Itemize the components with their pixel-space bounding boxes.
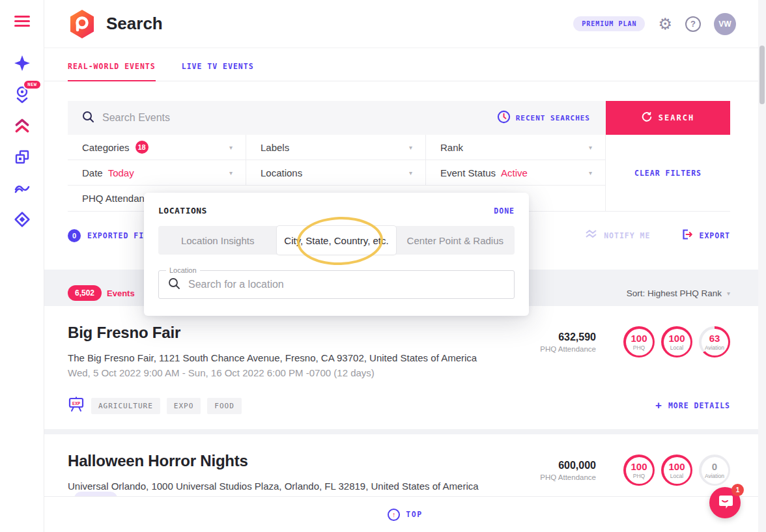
sidebar-item-beam[interactable]: NEW [13,85,31,104]
main-content: Search PREMIUM PLAN ⚙ ? VW REAL-WORLD EV… [44,0,766,532]
event-tag: AGRICULTURE [91,398,160,414]
left-sidebar: NEW [0,0,44,532]
event-address: The Big Fresno Fair, 1121 South Chance A… [68,352,527,363]
rank-ring-aviation: 0 Aviation [699,455,730,486]
search-icon [168,277,180,292]
phq-attendance-value: 600,000 [540,460,596,471]
date-filter-value: Today [108,167,134,178]
app-header: Search PREMIUM PLAN ⚙ ? VW [44,0,766,48]
popup-title: LOCATIONS [158,206,207,216]
export-button[interactable]: EXPORT [681,229,730,242]
settings-gear-icon[interactable]: ⚙ [658,16,672,32]
chat-unread-badge: 1 [731,484,744,496]
filter-event-status[interactable]: Event Status Active ▾ [426,160,606,186]
locations-popup: LOCATIONS DONE Location Insights City, S… [144,193,529,316]
location-search-field: Location [158,270,515,299]
event-card: Big Fresno Fair The Big Fresno Fair, 112… [44,306,766,429]
tab-center-point-radius[interactable]: Center Point & Radius [396,226,515,255]
hamburger-menu-icon[interactable] [14,16,30,27]
done-button[interactable]: DONE [494,206,515,216]
location-search-input[interactable] [188,279,505,290]
top-label: TOP [406,510,422,519]
arrow-up-icon: ↑ [388,509,400,521]
tab-city-state-country[interactable]: City, State, Country, etc. [277,226,395,255]
search-events-field: RECENT SEARCHES [68,101,606,135]
phq-attendance-value: 632,590 [540,331,596,343]
location-mode-tabs: Location Insights City, State, Country, … [158,226,515,255]
tab-real-world-events[interactable]: REAL-WORLD EVENTS [68,62,156,81]
recent-searches-button[interactable]: RECENT SEARCHES [497,110,590,126]
back-to-top-bar[interactable]: ↑ TOP [44,496,766,532]
sidebar-item-diamond[interactable] [13,210,31,229]
event-status-value: Active [501,167,528,178]
chevron-down-icon: ▾ [589,144,592,151]
tab-live-tv-events[interactable]: LIVE TV EVENTS [182,62,254,81]
filter-date[interactable]: Date Today ▾ [68,160,246,186]
filter-categories[interactable]: Categories 18 ▾ [68,135,246,160]
rank-ring-local: 100 Local [661,326,692,357]
filter-labels[interactable]: Labels ▾ [246,135,426,160]
messenger-icon [717,494,733,512]
refresh-icon [642,112,652,124]
search-button[interactable]: SEARCH [606,101,730,135]
event-dates: Wed, 5 Oct 2022 9:00 AM - Sun, 16 Oct 20… [68,367,527,378]
filter-rank[interactable]: Rank ▾ [426,135,606,160]
tab-location-insights[interactable]: Location Insights [158,226,277,255]
rank-ring-phq: 100 PHQ [623,455,655,486]
sort-dropdown[interactable]: Sort: Highest PHQ Rank ▾ [627,288,730,298]
diamond-arrows-icon [14,211,31,228]
more-details-button[interactable]: + MORE DETAILS [655,399,730,412]
export-icon [681,229,693,242]
phq-attendance-label: PHQ Attendance [540,473,596,481]
overlapping-windows-icon [14,149,30,165]
chevron-down-icon: ▾ [229,144,233,151]
chevron-down-icon: ▾ [727,290,730,297]
predicthq-logo-icon [68,9,96,39]
search-icon [82,111,94,126]
sidebar-item-sparkle[interactable] [13,54,31,72]
sparkle-icon [14,55,31,72]
event-tag: FOOD [207,398,242,414]
chevron-down-icon: ▾ [589,169,592,176]
user-avatar[interactable]: VW [714,13,736,35]
event-title[interactable]: Big Fresno Fair [68,324,527,342]
events-count-badge: 6,502 [68,285,102,301]
location-field-label: Location [166,266,200,274]
rank-ring-phq: 100 PHQ [623,326,655,357]
expo-category-icon: EXP [68,397,85,415]
event-address: Universal Orlando, 1000 Universal Studio… [68,481,479,492]
primary-tabs: REAL-WORLD EVENTS LIVE TV EVENTS [44,48,766,81]
page-title: Search [106,14,163,34]
help-icon[interactable]: ? [685,16,701,32]
rank-ring-aviation: 63 Aviation [699,326,730,357]
scrollbar-thumb[interactable] [759,46,765,104]
sidebar-item-wave[interactable] [13,179,31,197]
sidebar-item-rank[interactable] [13,117,31,135]
event-title[interactable]: Halloween Horror Nights [68,452,527,470]
scrollbar-track[interactable] [758,0,766,532]
clock-icon [497,110,511,126]
exported-count-badge: 0 [68,229,81,242]
plus-icon: + [655,399,662,412]
sidebar-item-windows[interactable] [13,148,31,166]
filter-locations[interactable]: Locations ▾ [246,160,426,186]
clear-filters-button[interactable]: CLEAR FILTERS [606,135,730,212]
notify-waves-icon [585,229,598,242]
events-count-label: Events [107,288,135,298]
notify-me-button[interactable]: NOTIFY ME [585,229,650,242]
svg-text:EXP: EXP [72,401,81,406]
double-chevron-up-icon [14,117,31,134]
wave-icon [14,182,31,195]
search-events-input[interactable] [102,112,489,124]
chevron-down-icon: ▾ [409,144,412,151]
chat-launcher-button[interactable]: 1 [709,487,741,518]
event-tag: EXPO [167,398,201,414]
categories-count-badge: 18 [135,141,149,154]
rank-ring-local: 100 Local [661,455,692,486]
chevron-down-icon: ▾ [409,169,412,176]
premium-plan-badge: PREMIUM PLAN [573,16,645,31]
new-badge: NEW [23,79,41,90]
phq-attendance-label: PHQ Attendance [540,345,596,353]
chevron-down-icon: ▾ [229,169,233,176]
